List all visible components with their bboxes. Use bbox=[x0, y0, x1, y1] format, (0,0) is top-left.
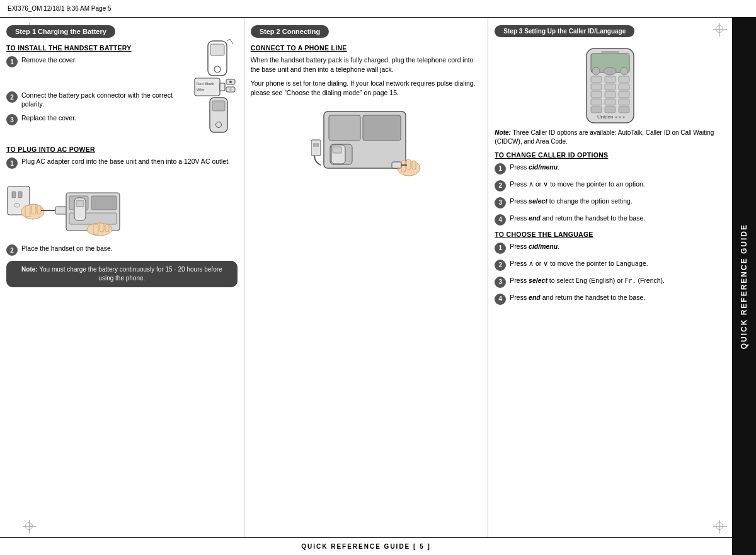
svg-rect-32 bbox=[76, 200, 84, 207]
install-step-2-text: Connect the battery pack connector with … bbox=[21, 91, 188, 108]
cid-step-4-text: Press end and return the handset to the … bbox=[510, 214, 645, 222]
lang-step-2-text: Press ∧ or ∨ to move the pointer to Lang… bbox=[510, 259, 648, 268]
col1-section2-title: TO PLUG INTO AC POWER bbox=[6, 146, 238, 153]
svg-point-73 bbox=[623, 117, 625, 118]
lang-step-4-text: Press end and return the handset to the … bbox=[510, 293, 645, 302]
ac-step-2-text: Place the handset on the base. bbox=[21, 244, 238, 253]
svg-rect-67 bbox=[591, 106, 602, 113]
lang-step-1-text: Press cid/menu. bbox=[510, 242, 559, 251]
svg-rect-15 bbox=[212, 101, 225, 111]
install-step-2: 2 Connect the battery pack connector wit… bbox=[6, 91, 238, 108]
svg-rect-51 bbox=[392, 162, 401, 168]
svg-rect-64 bbox=[591, 99, 602, 105]
col3-note-content: Three Caller ID options are available: A… bbox=[495, 129, 714, 145]
col1-note-box: Note: You must charge the battery contin… bbox=[6, 261, 238, 287]
col1: Step 1 Charging the Battery TO INSTALL T… bbox=[0, 18, 244, 537]
install-step-1-num: 1 bbox=[6, 56, 18, 67]
cid-step-1: 1 Press cid/menu. bbox=[495, 163, 726, 175]
right-tab: QUICK REFERENCE GUIDE bbox=[732, 18, 756, 555]
svg-rect-45 bbox=[316, 143, 319, 147]
svg-rect-34 bbox=[93, 224, 98, 234]
svg-rect-5 bbox=[195, 78, 220, 96]
footer-text: QUICK REFERENCE GUIDE [ 5 ] bbox=[301, 543, 431, 550]
cid-step-2-text: Press ∧ or ∨ to move the pointer to an o… bbox=[510, 180, 644, 188]
connection-image bbox=[251, 104, 482, 186]
col3-cid-steps: 1 Press cid/menu. 2 Press ∧ or ∨ to move… bbox=[495, 163, 726, 226]
col3-cid-title: TO CHANGE CALLER ID OPTIONS bbox=[495, 151, 726, 159]
svg-rect-61 bbox=[591, 91, 602, 98]
col2-connect-text2: Your phone is set for tone dialing. If y… bbox=[251, 79, 482, 97]
svg-text:Wire: Wire bbox=[197, 88, 205, 91]
svg-point-75 bbox=[621, 67, 628, 75]
svg-rect-62 bbox=[605, 91, 616, 98]
svg-rect-56 bbox=[605, 76, 616, 83]
cid-step-2: 2 Press ∧ or ∨ to move the pointer to an… bbox=[495, 180, 726, 192]
cid-step-1-text: Press cid/menu. bbox=[510, 163, 559, 171]
col3: Step 3 Setting Up the Caller ID/Language bbox=[488, 18, 732, 537]
connection-svg bbox=[311, 105, 421, 184]
svg-point-76 bbox=[604, 67, 616, 75]
col3-note-prefix: Note: bbox=[495, 129, 511, 136]
svg-point-2 bbox=[214, 66, 220, 72]
svg-rect-58 bbox=[591, 84, 602, 90]
footer-bar: QUICK REFERENCE GUIDE [ 5 ] bbox=[0, 537, 732, 555]
svg-rect-57 bbox=[619, 76, 629, 83]
svg-rect-6 bbox=[220, 83, 225, 91]
svg-rect-24 bbox=[37, 205, 41, 214]
lang-step-3-num: 3 bbox=[495, 277, 506, 288]
svg-rect-63 bbox=[619, 91, 629, 98]
ac-plugging-svg bbox=[6, 174, 123, 240]
svg-text:Black: Black bbox=[205, 82, 215, 86]
top-bar: EXI376_OM 12/18/1 9:36 AM Page 5 bbox=[0, 0, 756, 18]
lang-step-2-num: 2 bbox=[495, 260, 506, 271]
install-step-3-num: 3 bbox=[6, 114, 18, 125]
cid-step-4-num: 4 bbox=[495, 214, 506, 226]
svg-rect-1 bbox=[210, 44, 224, 55]
svg-rect-65 bbox=[605, 99, 616, 105]
col3-lang-steps: 1 Press cid/menu. 2 Press ∧ or ∨ to move… bbox=[495, 242, 726, 305]
lang-step-1: 1 Press cid/menu. bbox=[495, 242, 726, 254]
lang-step-3-text: Press select to select Eng (English) or … bbox=[510, 276, 665, 285]
cover-svg bbox=[205, 96, 236, 137]
ac-step-1: 1 Plug AC adapter cord into the base uni… bbox=[6, 157, 238, 169]
col1-note-label: Note: bbox=[21, 266, 38, 273]
svg-rect-44 bbox=[313, 143, 316, 147]
lang-step-4-num: 4 bbox=[495, 294, 506, 305]
svg-rect-47 bbox=[401, 161, 406, 172]
svg-rect-42 bbox=[333, 147, 341, 153]
svg-point-71 bbox=[616, 117, 617, 118]
svg-rect-54 bbox=[601, 51, 619, 54]
svg-rect-36 bbox=[105, 224, 109, 232]
col2-step-header: Step 2 Connecting bbox=[251, 25, 329, 38]
svg-rect-38 bbox=[329, 115, 360, 140]
svg-rect-66 bbox=[619, 99, 629, 105]
svg-text:Uniden: Uniden bbox=[597, 114, 613, 120]
cid-step-2-num: 2 bbox=[495, 180, 506, 192]
phone-device-image: Uniden bbox=[495, 47, 726, 126]
install-step-3-text: Replace the cover. bbox=[21, 113, 200, 122]
col2-connect-title: CONNECT TO A PHONE LINE bbox=[251, 44, 482, 52]
ac-step-1-text: Plug AC adapter cord into the base unit … bbox=[21, 157, 238, 166]
col3-step-header: Step 3 Setting Up the Caller ID/Language bbox=[495, 25, 634, 37]
svg-rect-43 bbox=[311, 140, 321, 156]
col3-lang-title: TO CHOOSE THE LANGUAGE bbox=[495, 231, 726, 238]
cover-sketch bbox=[205, 96, 236, 138]
cid-step-4: 4 Press end and return the handset to th… bbox=[495, 214, 726, 226]
top-bar-text: EXI376_OM 12/18/1 9:36 AM Page 5 bbox=[8, 5, 112, 12]
lang-step-4: 4 Press end and return the handset to th… bbox=[495, 293, 726, 305]
col1-step-header: Step 1 Charging the Battery bbox=[6, 25, 115, 38]
col1-note-text: You must charge the battery continuously… bbox=[39, 266, 222, 282]
lang-step-1-num: 1 bbox=[495, 243, 506, 254]
svg-point-12 bbox=[229, 81, 232, 83]
svg-rect-22 bbox=[25, 205, 30, 217]
svg-rect-39 bbox=[363, 115, 401, 140]
svg-rect-59 bbox=[605, 84, 616, 90]
svg-rect-19 bbox=[18, 192, 22, 198]
lang-step-2: 2 Press ∧ or ∨ to move the pointer to La… bbox=[495, 259, 726, 271]
install-step-1-text: Remove the cover. bbox=[21, 55, 197, 64]
svg-rect-55 bbox=[591, 76, 602, 83]
main-content: Step 1 Charging the Battery TO INSTALL T… bbox=[0, 18, 732, 537]
svg-rect-26 bbox=[55, 207, 67, 214]
svg-text:Red: Red bbox=[197, 82, 203, 86]
col2-connect-text: When the handset battery pack is fully c… bbox=[251, 55, 482, 74]
